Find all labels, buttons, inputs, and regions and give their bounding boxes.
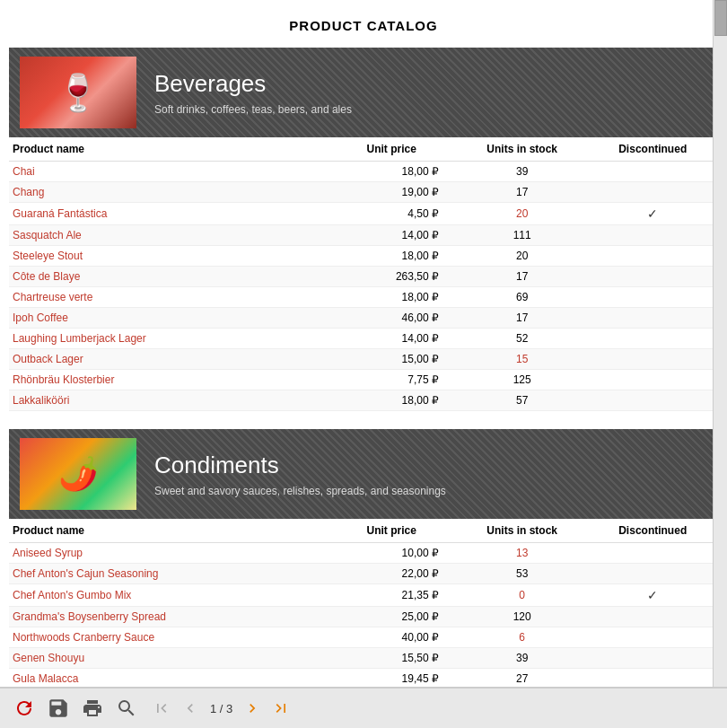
product-stock: 0 bbox=[457, 584, 588, 607]
product-discontinued bbox=[587, 607, 718, 627]
product-stock: 125 bbox=[457, 370, 588, 390]
condiments-name: Condiments bbox=[154, 452, 446, 479]
product-name[interactable]: Sasquatch Ale bbox=[9, 225, 326, 246]
product-stock: 17 bbox=[457, 182, 588, 203]
product-name[interactable]: Aniseed Syrup bbox=[9, 543, 326, 564]
col-header-product-name: Product name bbox=[9, 519, 326, 543]
product-name[interactable]: Lakkalikööri bbox=[9, 390, 326, 411]
product-name[interactable]: Northwoods Cranberry Sauce bbox=[9, 627, 326, 648]
product-price: 21,35 ₽ bbox=[326, 584, 457, 607]
beverages-description: Soft drinks, coffees, teas, beers, and a… bbox=[154, 103, 352, 116]
toolbar: 1 / 3 bbox=[0, 687, 727, 728]
product-name[interactable]: Genen Shouyu bbox=[9, 648, 326, 669]
product-stock: 20 bbox=[457, 203, 588, 225]
product-stock: 13 bbox=[457, 543, 588, 564]
product-discontinued bbox=[587, 246, 718, 267]
table-row: Lakkalikööri18,00 ₽57 bbox=[9, 390, 718, 411]
product-name[interactable]: Ipoh Coffee bbox=[9, 308, 326, 329]
product-stock: 52 bbox=[457, 329, 588, 349]
table-row: Chang19,00 ₽17 bbox=[9, 182, 718, 203]
product-stock: 120 bbox=[457, 607, 588, 627]
product-stock: 111 bbox=[457, 225, 588, 246]
prev-page-button[interactable] bbox=[178, 696, 203, 721]
table-row: Outback Lager15,00 ₽15 bbox=[9, 349, 718, 370]
product-name[interactable]: Côte de Blaye bbox=[9, 267, 326, 287]
product-discontinued bbox=[587, 225, 718, 246]
product-stock: 17 bbox=[457, 308, 588, 329]
product-price: 22,00 ₽ bbox=[326, 564, 457, 584]
product-name[interactable]: Grandma's Boysenberry Spread bbox=[9, 607, 326, 627]
search-button[interactable] bbox=[111, 693, 142, 724]
product-price: 46,00 ₽ bbox=[326, 308, 457, 329]
scrollbar-thumb[interactable] bbox=[714, 0, 727, 36]
product-price: 15,00 ₽ bbox=[326, 349, 457, 370]
product-stock: 15 bbox=[457, 349, 588, 370]
product-name[interactable]: Outback Lager bbox=[9, 349, 326, 370]
table-row: Grandma's Boysenberry Spread25,00 ₽120 bbox=[9, 607, 718, 627]
col-header-discontinued: Discontinued bbox=[587, 137, 718, 162]
first-page-button[interactable] bbox=[149, 696, 174, 721]
product-name[interactable]: Chai bbox=[9, 162, 326, 182]
categories-container: BeveragesSoft drinks, coffees, teas, bee… bbox=[9, 48, 718, 710]
product-price: 18,00 ₽ bbox=[326, 246, 457, 267]
product-discontinued bbox=[587, 627, 718, 648]
product-price: 10,00 ₽ bbox=[326, 543, 457, 564]
page-total: 3 bbox=[226, 702, 232, 715]
product-price: 14,00 ₽ bbox=[326, 225, 457, 246]
next-page-button[interactable] bbox=[240, 696, 265, 721]
beverages-name: Beverages bbox=[154, 70, 352, 98]
print-button[interactable] bbox=[77, 693, 108, 724]
product-discontinued: ✓ bbox=[587, 203, 718, 225]
product-discontinued: ✓ bbox=[587, 584, 718, 607]
product-name[interactable]: Chef Anton's Cajun Seasoning bbox=[9, 564, 326, 584]
table-row: Chartreuse verte18,00 ₽69 bbox=[9, 287, 718, 308]
product-price: 25,00 ₽ bbox=[326, 607, 457, 627]
beverages-image bbox=[20, 57, 136, 128]
product-stock: 39 bbox=[457, 648, 588, 669]
product-stock: 17 bbox=[457, 267, 588, 287]
product-discontinued bbox=[587, 564, 718, 584]
product-name[interactable]: Chang bbox=[9, 182, 326, 203]
col-header-units-in-stock: Units in stock bbox=[457, 137, 588, 162]
col-header-unit-price: Unit price bbox=[326, 519, 457, 543]
product-name[interactable]: Laughing Lumberjack Lager bbox=[9, 329, 326, 349]
condiments-description: Sweet and savory sauces, relishes, sprea… bbox=[154, 485, 446, 497]
product-name[interactable]: Chef Anton's Gumbo Mix bbox=[9, 584, 326, 607]
product-name[interactable]: Rhönbräu Klosterbier bbox=[9, 370, 326, 390]
page-navigation: 1 / 3 bbox=[149, 696, 293, 721]
table-row: Steeleye Stout18,00 ₽20 bbox=[9, 246, 718, 267]
product-discontinued bbox=[587, 370, 718, 390]
table-row: Chai18,00 ₽39 bbox=[9, 162, 718, 182]
product-name[interactable]: Chartreuse verte bbox=[9, 287, 326, 308]
scrollbar[interactable] bbox=[713, 0, 727, 687]
product-discontinued bbox=[587, 267, 718, 287]
beverages-table: Product nameUnit priceUnits in stockDisc… bbox=[9, 137, 718, 411]
table-row: Aniseed Syrup10,00 ₽13 bbox=[9, 543, 718, 564]
table-row: Chef Anton's Cajun Seasoning22,00 ₽53 bbox=[9, 564, 718, 584]
col-header-product-name: Product name bbox=[9, 137, 326, 162]
col-header-unit-price: Unit price bbox=[326, 137, 457, 162]
product-discontinued bbox=[587, 390, 718, 411]
col-header-units-in-stock: Units in stock bbox=[457, 519, 588, 543]
product-discontinued bbox=[587, 648, 718, 669]
product-discontinued bbox=[587, 162, 718, 182]
product-price: 40,00 ₽ bbox=[326, 627, 457, 648]
product-stock: 57 bbox=[457, 390, 588, 411]
table-row: Côte de Blaye263,50 ₽17 bbox=[9, 267, 718, 287]
product-price: 7,75 ₽ bbox=[326, 370, 457, 390]
save-button[interactable] bbox=[43, 693, 74, 724]
product-discontinued bbox=[587, 287, 718, 308]
refresh-button[interactable] bbox=[9, 693, 39, 724]
product-price: 15,50 ₽ bbox=[326, 648, 457, 669]
table-row: Sasquatch Ale14,00 ₽111 bbox=[9, 225, 718, 246]
table-row: Genen Shouyu15,50 ₽39 bbox=[9, 648, 718, 669]
last-page-button[interactable] bbox=[268, 696, 293, 721]
product-name[interactable]: Guaraná Fantástica bbox=[9, 203, 326, 225]
product-name[interactable]: Steeleye Stout bbox=[9, 246, 326, 267]
product-price: 18,00 ₽ bbox=[326, 162, 457, 182]
page-separator: / bbox=[220, 702, 223, 715]
table-row: Laughing Lumberjack Lager14,00 ₽52 bbox=[9, 329, 718, 349]
table-row: Ipoh Coffee46,00 ₽17 bbox=[9, 308, 718, 329]
product-stock: 20 bbox=[457, 246, 588, 267]
table-row: Rhönbräu Klosterbier7,75 ₽125 bbox=[9, 370, 718, 390]
